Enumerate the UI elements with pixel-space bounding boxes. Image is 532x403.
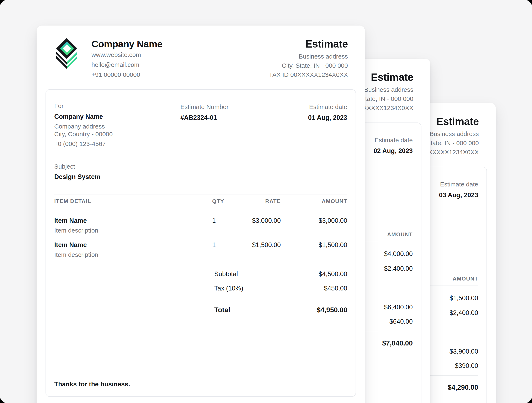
bill-to-block: For Company Name Company address City, C… [54,102,113,148]
document-title: Estimate [371,72,413,83]
subtotal-value: $3,900.00 [450,347,478,356]
subject-block: Subject Design System [54,163,100,181]
business-address-block: Business address City, State, IN - 000 0… [269,52,348,79]
subtotal-value: $6,400.00 [384,303,413,311]
item-amount: $3,000.00 [281,217,347,234]
total-value: $4,290.00 [448,383,478,392]
subtotal-value: $4,500.00 [319,270,347,278]
total-value: $4,950.00 [317,306,347,314]
estimate-date-label: Estimate date [308,103,347,111]
tax-value: $450.00 [324,284,347,292]
estimate-number-value: #AB2324-01 [180,114,228,122]
for-city: City, Country - 00000 [54,130,113,138]
tax-id-line: TAX ID 00XXXXX1234X0XX [269,70,348,79]
estimate-date-value: 03 Aug, 2023 [439,191,478,199]
business-address-line: Business address [269,52,348,61]
col-header-rate: RATE [245,198,281,205]
estimate-date-value: 01 Aug, 2023 [308,114,347,122]
col-header-amount: AMOUNT [281,198,347,205]
company-phone: +91 00000 00000 [91,70,141,80]
total-value: $7,040.00 [382,339,413,347]
table-row: Item Name Item description 1 $3,000.00 $… [54,208,347,234]
item-amount: $1,500.00 [281,241,347,259]
document-title: Estimate [305,38,348,50]
item-name: Item Name [54,217,212,225]
estimate-number-label: Estimate Number [180,103,228,111]
company-website: www.website.com [91,50,141,60]
item-description: Item description [54,251,212,259]
estimate-date-block: Estimate date 01 Aug, 2023 [308,103,347,122]
table-body: Item Name Item description 1 $3,000.00 $… [54,208,347,263]
estimate-body: For Company Name Company address City, C… [45,89,356,397]
total-label: Total [214,306,230,314]
company-email: hello@email.com [91,60,141,70]
estimate-date-label: Estimate date [374,136,413,144]
subject-value: Design System [54,173,100,181]
item-qty: 1 [212,217,245,234]
col-header-item-detail: ITEM DETAIL [54,198,212,205]
table-row: Item Name Item description 1 $1,500.00 $… [54,234,347,259]
subtotal-label: Subtotal [214,270,238,278]
document-title: Estimate [437,116,479,127]
tax-row: Tax (10%) $450.00 [214,284,347,292]
estimate-number-block: Estimate Number #AB2324-01 [180,103,228,122]
for-label: For [54,102,113,110]
tax-value: $640.00 [389,317,413,326]
items-table: ITEM DETAIL QTY RATE AMOUNT Item Name It… [54,195,347,263]
subtotal-row: Subtotal $4,500.00 [214,270,347,278]
col-header-qty: QTY [212,198,245,205]
canvas: Estimate Business address City, State, I… [0,0,532,403]
thanks-note: Thanks for the business. [54,380,130,388]
estimate-date-value: 02 Aug, 2023 [374,147,413,155]
company-logo-icon [56,38,77,69]
company-name: Company Name [91,39,163,50]
subject-label: Subject [54,163,100,170]
for-phone: +0 (000) 123-4567 [54,140,113,148]
tax-label: Tax (10%) [214,284,243,292]
item-name: Item Name [54,241,212,249]
item-rate: $1,500.00 [245,241,281,259]
for-address: Company address [54,123,113,130]
total-row: Total $4,950.00 [214,306,347,314]
business-city-line: City, State, IN - 000 000 [269,61,348,70]
estimate-date-block: Estimate date 03 Aug, 2023 [439,181,478,199]
for-company-name: Company Name [54,112,113,121]
company-contact-block: www.website.com hello@email.com +91 0000… [91,50,141,80]
table-header-row: ITEM DETAIL QTY RATE AMOUNT [54,195,347,208]
tax-value: $390.00 [455,362,478,370]
totals-block: Subtotal $4,500.00 Tax (10%) $450.00 Tot… [214,266,347,314]
estimate-date-block: Estimate date 02 Aug, 2023 [374,136,413,155]
totals-divider [214,298,347,298]
item-description: Item description [54,227,212,234]
item-qty: 1 [212,241,245,259]
estimate-date-label: Estimate date [439,181,478,188]
item-rate: $3,000.00 [245,217,281,234]
estimate-card-front: Company Name www.website.com hello@email… [37,25,365,403]
